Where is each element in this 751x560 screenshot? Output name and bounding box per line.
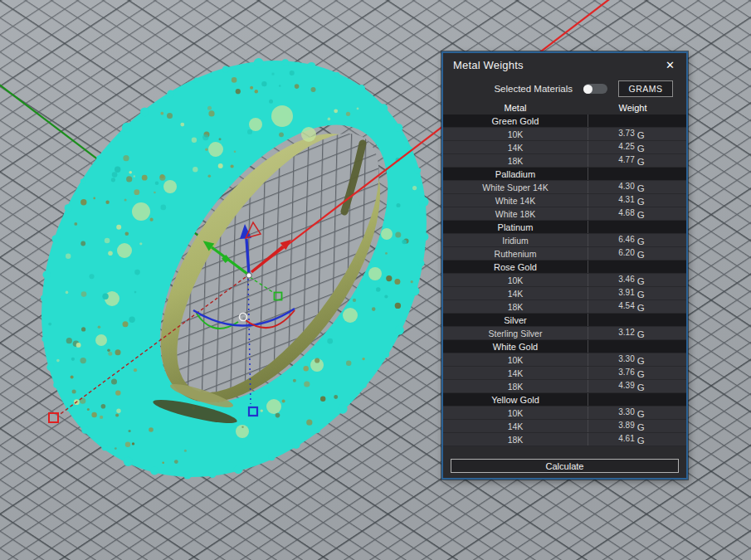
group-weight-cell <box>588 261 686 273</box>
group-header-row: Palladium <box>443 168 686 181</box>
weight-value: 4.39G <box>588 380 686 392</box>
weight-value: 3.73G <box>588 128 686 140</box>
weight-value: 3.12G <box>588 327 686 339</box>
group-header-row: Silver <box>443 314 686 327</box>
group-name: White Gold <box>443 342 588 352</box>
weight-value: 3.76G <box>588 367 686 379</box>
group-header-row: Platinum <box>443 221 686 234</box>
toggle-knob-icon <box>583 85 593 94</box>
table-row: 14K4.25G <box>443 141 686 154</box>
group-weight-cell <box>588 314 686 326</box>
group-header-row: Yellow Gold <box>443 393 686 407</box>
metal-name: White Super 14K <box>443 183 588 192</box>
table-row: White 14K4.31G <box>443 194 686 207</box>
metal-weights-panel: Metal Weights ✕ Selected Materials GRAMS… <box>441 51 688 480</box>
metal-name: 10K <box>443 275 588 285</box>
weight-value: 3.91G <box>588 287 686 299</box>
metal-name: 18K <box>443 302 588 312</box>
app-window: Metal Weights ✕ Selected Materials GRAMS… <box>0 0 751 560</box>
table-row: White Super 14K4.30G <box>443 181 686 194</box>
metal-name: 14K <box>443 368 588 378</box>
weight-value: 4.25G <box>588 141 686 153</box>
panel-title: Metal Weights <box>453 59 524 71</box>
weight-value: 3.30G <box>588 407 686 419</box>
table-column-headers: Metal Weight <box>443 100 686 114</box>
panel-controls: Selected Materials GRAMS <box>443 77 686 100</box>
table-row: 18K4.39G <box>443 380 686 393</box>
group-weight-cell <box>588 168 686 180</box>
table-row: 10K3.30G <box>443 353 686 367</box>
group-weight-cell <box>588 221 686 233</box>
group-header-row: Green Gold <box>443 114 686 128</box>
weight-value: 4.31G <box>588 194 686 207</box>
table-row: 10K3.46G <box>443 274 686 287</box>
table-row: 10K3.30G <box>443 407 686 420</box>
group-weight-cell <box>588 340 686 353</box>
column-header-weight: Weight <box>588 103 686 113</box>
table-row: 14K3.89G <box>443 420 686 433</box>
table-row: 10K3.73G <box>443 128 686 141</box>
weight-value: 6.46G <box>588 234 686 246</box>
metal-name: Ruthenium <box>443 249 588 259</box>
metal-name: Iridium <box>443 236 588 246</box>
weight-value: 3.30G <box>588 353 686 366</box>
table-row: 18K4.54G <box>443 300 686 314</box>
group-name: Silver <box>443 315 588 325</box>
table-row: 14K3.76G <box>443 367 686 380</box>
panel-header: Metal Weights ✕ <box>443 53 686 75</box>
group-name: Yellow Gold <box>443 395 588 405</box>
metal-name: White 14K <box>443 196 588 206</box>
group-name: Palladium <box>443 169 588 179</box>
table-row: Sterling Silver3.12G <box>443 327 686 340</box>
group-name: Platinum <box>443 222 588 232</box>
units-button[interactable]: GRAMS <box>618 80 673 97</box>
table-row: 18K4.61G <box>443 433 686 446</box>
gumball-pivot-dot <box>242 317 246 320</box>
weight-value: 3.46G <box>588 274 686 286</box>
weight-value: 4.68G <box>588 207 686 220</box>
metal-name: 18K <box>443 156 588 166</box>
metal-name: 14K <box>443 289 588 299</box>
table-row: 18K4.77G <box>443 154 686 168</box>
table-row: Ruthenium6.20G <box>443 247 686 261</box>
table-row: Iridium6.46G <box>443 234 686 247</box>
metal-name: 10K <box>443 355 588 365</box>
weight-value: 4.30G <box>588 181 686 193</box>
metal-name: 14K <box>443 143 588 153</box>
weight-value: 4.61G <box>588 433 686 446</box>
table-row: White 18K4.68G <box>443 207 686 221</box>
metal-name: Sterling Silver <box>443 329 588 338</box>
calculate-button[interactable]: Calculate <box>451 459 679 473</box>
weight-value: 4.54G <box>588 300 686 313</box>
gumball-origin[interactable] <box>246 273 251 278</box>
metal-name: 14K <box>443 421 588 431</box>
selected-materials-toggle[interactable] <box>583 84 607 94</box>
metal-name: White 18K <box>443 209 588 219</box>
group-weight-cell <box>588 114 686 127</box>
metal-name: 18K <box>443 382 588 392</box>
group-name: Green Gold <box>443 116 588 126</box>
table-row: 14K3.91G <box>443 287 686 300</box>
metal-weights-table: Green Gold10K3.73G14K4.25G18K4.77GPallad… <box>443 114 686 446</box>
metal-name: 10K <box>443 129 588 139</box>
weight-value: 6.20G <box>588 247 686 260</box>
metal-name: 18K <box>443 435 588 445</box>
column-header-metal: Metal <box>443 103 588 113</box>
group-header-row: White Gold <box>443 340 686 353</box>
metal-name: 10K <box>443 408 588 418</box>
group-weight-cell <box>588 393 686 406</box>
group-name: Rose Gold <box>443 262 588 272</box>
selected-materials-label: Selected Materials <box>443 84 583 94</box>
close-button[interactable]: ✕ <box>662 58 678 72</box>
group-header-row: Rose Gold <box>443 261 686 274</box>
weight-value: 3.89G <box>588 420 686 432</box>
weight-value: 4.77G <box>588 154 686 167</box>
